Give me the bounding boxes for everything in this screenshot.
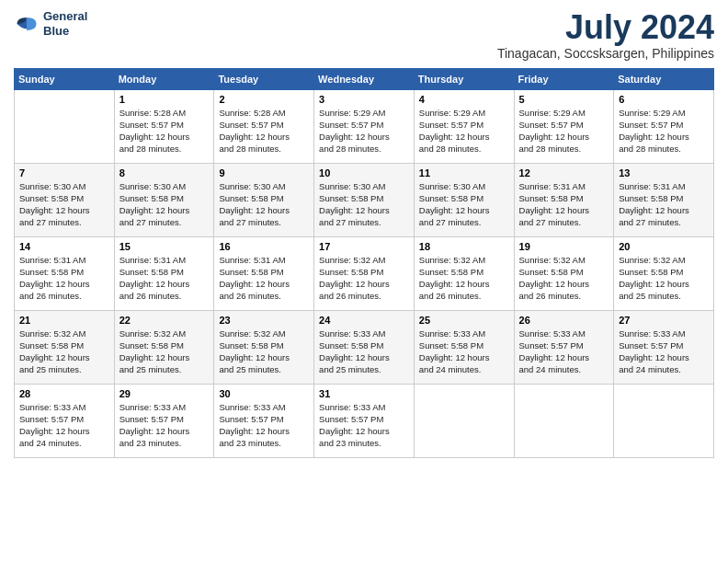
day-info: Sunrise: 5:30 AM Sunset: 5:58 PM Dayligh…	[19, 180, 109, 229]
day-info: Sunrise: 5:31 AM Sunset: 5:58 PM Dayligh…	[619, 180, 709, 229]
day-number: 6	[619, 94, 709, 105]
day-info: Sunrise: 5:33 AM Sunset: 5:57 PM Dayligh…	[119, 401, 210, 450]
day-number: 23	[219, 315, 309, 326]
day-info: Sunrise: 5:33 AM Sunset: 5:57 PM Dayligh…	[519, 327, 609, 376]
calendar-cell: 21Sunrise: 5:32 AM Sunset: 5:58 PM Dayli…	[15, 310, 115, 384]
calendar-cell: 6Sunrise: 5:29 AM Sunset: 5:57 PM Daylig…	[614, 89, 714, 163]
location-title: Tinagacan, Soccsksargen, Philippines	[497, 46, 714, 61]
header: General Blue July 2024 Tinagacan, Soccsk…	[14, 9, 714, 61]
header-day: Friday	[514, 68, 614, 89]
day-number: 15	[119, 241, 210, 252]
calendar-cell: 7Sunrise: 5:30 AM Sunset: 5:58 PM Daylig…	[15, 163, 115, 236]
header-day: Wednesday	[314, 68, 415, 89]
day-info: Sunrise: 5:28 AM Sunset: 5:57 PM Dayligh…	[219, 107, 309, 155]
calendar-cell: 13Sunrise: 5:31 AM Sunset: 5:58 PM Dayli…	[614, 163, 714, 236]
day-info: Sunrise: 5:29 AM Sunset: 5:57 PM Dayligh…	[619, 107, 709, 155]
day-number: 24	[319, 315, 409, 326]
day-info: Sunrise: 5:33 AM Sunset: 5:58 PM Dayligh…	[319, 327, 409, 376]
day-number: 5	[519, 94, 609, 105]
day-info: Sunrise: 5:33 AM Sunset: 5:58 PM Dayligh…	[419, 327, 509, 376]
day-info: Sunrise: 5:28 AM Sunset: 5:57 PM Dayligh…	[119, 107, 210, 155]
calendar-cell: 9Sunrise: 5:30 AM Sunset: 5:58 PM Daylig…	[214, 163, 314, 236]
calendar-cell	[15, 89, 115, 163]
calendar-cell: 27Sunrise: 5:33 AM Sunset: 5:57 PM Dayli…	[614, 310, 714, 384]
day-info: Sunrise: 5:33 AM Sunset: 5:57 PM Dayligh…	[319, 401, 409, 450]
calendar-cell	[614, 384, 714, 457]
day-number: 10	[319, 167, 409, 178]
day-number: 26	[519, 315, 609, 326]
day-number: 28	[19, 388, 109, 399]
day-number: 25	[419, 315, 509, 326]
calendar-cell: 2Sunrise: 5:28 AM Sunset: 5:57 PM Daylig…	[214, 89, 314, 163]
calendar-week-row: 28Sunrise: 5:33 AM Sunset: 5:57 PM Dayli…	[15, 384, 714, 457]
calendar-cell: 26Sunrise: 5:33 AM Sunset: 5:57 PM Dayli…	[514, 310, 614, 384]
day-number: 17	[319, 241, 409, 252]
calendar-week-row: 7Sunrise: 5:30 AM Sunset: 5:58 PM Daylig…	[15, 163, 714, 236]
calendar-cell: 17Sunrise: 5:32 AM Sunset: 5:58 PM Dayli…	[314, 236, 415, 310]
day-number: 31	[319, 388, 409, 399]
day-info: Sunrise: 5:30 AM Sunset: 5:58 PM Dayligh…	[219, 180, 309, 229]
calendar-cell: 23Sunrise: 5:32 AM Sunset: 5:58 PM Dayli…	[214, 310, 314, 384]
calendar-header: SundayMondayTuesdayWednesdayThursdayFrid…	[15, 68, 714, 89]
day-info: Sunrise: 5:32 AM Sunset: 5:58 PM Dayligh…	[319, 254, 409, 303]
day-info: Sunrise: 5:31 AM Sunset: 5:58 PM Dayligh…	[519, 180, 609, 229]
calendar-cell: 18Sunrise: 5:32 AM Sunset: 5:58 PM Dayli…	[414, 236, 514, 310]
calendar-cell: 8Sunrise: 5:30 AM Sunset: 5:58 PM Daylig…	[114, 163, 214, 236]
calendar-week-row: 14Sunrise: 5:31 AM Sunset: 5:58 PM Dayli…	[15, 236, 714, 310]
day-number: 19	[519, 241, 609, 252]
day-number: 8	[119, 167, 210, 178]
day-info: Sunrise: 5:32 AM Sunset: 5:58 PM Dayligh…	[519, 254, 609, 303]
day-info: Sunrise: 5:32 AM Sunset: 5:58 PM Dayligh…	[19, 327, 109, 376]
header-day: Thursday	[414, 68, 514, 89]
calendar-cell: 29Sunrise: 5:33 AM Sunset: 5:57 PM Dayli…	[114, 384, 214, 457]
header-day: Monday	[114, 68, 214, 89]
day-number: 7	[19, 167, 109, 178]
day-number: 13	[619, 167, 709, 178]
calendar-cell: 16Sunrise: 5:31 AM Sunset: 5:58 PM Dayli…	[214, 236, 314, 310]
logo: General Blue	[14, 9, 87, 38]
day-number: 2	[219, 94, 309, 105]
calendar-cell: 14Sunrise: 5:31 AM Sunset: 5:58 PM Dayli…	[15, 236, 115, 310]
day-number: 20	[619, 241, 709, 252]
day-number: 18	[419, 241, 509, 252]
calendar-cell	[414, 384, 514, 457]
calendar-cell: 1Sunrise: 5:28 AM Sunset: 5:57 PM Daylig…	[114, 89, 214, 163]
header-day: Saturday	[614, 68, 714, 89]
day-number: 22	[119, 315, 210, 326]
day-number: 4	[419, 94, 509, 105]
calendar-cell: 5Sunrise: 5:29 AM Sunset: 5:57 PM Daylig…	[514, 89, 614, 163]
month-title: July 2024	[497, 9, 714, 46]
calendar-cell: 15Sunrise: 5:31 AM Sunset: 5:58 PM Dayli…	[114, 236, 214, 310]
day-number: 16	[219, 241, 309, 252]
day-number: 29	[119, 388, 210, 399]
day-info: Sunrise: 5:29 AM Sunset: 5:57 PM Dayligh…	[419, 107, 509, 155]
calendar-cell: 19Sunrise: 5:32 AM Sunset: 5:58 PM Dayli…	[514, 236, 614, 310]
day-info: Sunrise: 5:33 AM Sunset: 5:57 PM Dayligh…	[19, 401, 109, 450]
calendar-table: SundayMondayTuesdayWednesdayThursdayFrid…	[14, 68, 714, 458]
day-number: 21	[19, 315, 109, 326]
calendar-cell: 20Sunrise: 5:32 AM Sunset: 5:58 PM Dayli…	[614, 236, 714, 310]
day-info: Sunrise: 5:30 AM Sunset: 5:58 PM Dayligh…	[419, 180, 509, 229]
calendar-cell: 28Sunrise: 5:33 AM Sunset: 5:57 PM Dayli…	[15, 384, 115, 457]
calendar-cell: 31Sunrise: 5:33 AM Sunset: 5:57 PM Dayli…	[314, 384, 415, 457]
calendar-cell: 10Sunrise: 5:30 AM Sunset: 5:58 PM Dayli…	[314, 163, 415, 236]
calendar-cell: 24Sunrise: 5:33 AM Sunset: 5:58 PM Dayli…	[314, 310, 415, 384]
day-number: 3	[319, 94, 409, 105]
day-info: Sunrise: 5:32 AM Sunset: 5:58 PM Dayligh…	[119, 327, 210, 376]
day-info: Sunrise: 5:32 AM Sunset: 5:58 PM Dayligh…	[219, 327, 309, 376]
day-number: 9	[219, 167, 309, 178]
day-info: Sunrise: 5:31 AM Sunset: 5:58 PM Dayligh…	[19, 254, 109, 303]
title-block: July 2024 Tinagacan, Soccsksargen, Phili…	[497, 9, 714, 61]
calendar-cell: 25Sunrise: 5:33 AM Sunset: 5:58 PM Dayli…	[414, 310, 514, 384]
calendar-week-row: 1Sunrise: 5:28 AM Sunset: 5:57 PM Daylig…	[15, 89, 714, 163]
header-day: Sunday	[15, 68, 115, 89]
day-number: 12	[519, 167, 609, 178]
day-info: Sunrise: 5:31 AM Sunset: 5:58 PM Dayligh…	[219, 254, 309, 303]
calendar-cell: 12Sunrise: 5:31 AM Sunset: 5:58 PM Dayli…	[514, 163, 614, 236]
day-info: Sunrise: 5:30 AM Sunset: 5:58 PM Dayligh…	[319, 180, 409, 229]
calendar-cell: 3Sunrise: 5:29 AM Sunset: 5:57 PM Daylig…	[314, 89, 415, 163]
day-info: Sunrise: 5:33 AM Sunset: 5:57 PM Dayligh…	[219, 401, 309, 450]
calendar-body: 1Sunrise: 5:28 AM Sunset: 5:57 PM Daylig…	[15, 89, 714, 457]
logo-text: General Blue	[43, 9, 87, 38]
calendar-cell: 4Sunrise: 5:29 AM Sunset: 5:57 PM Daylig…	[414, 89, 514, 163]
